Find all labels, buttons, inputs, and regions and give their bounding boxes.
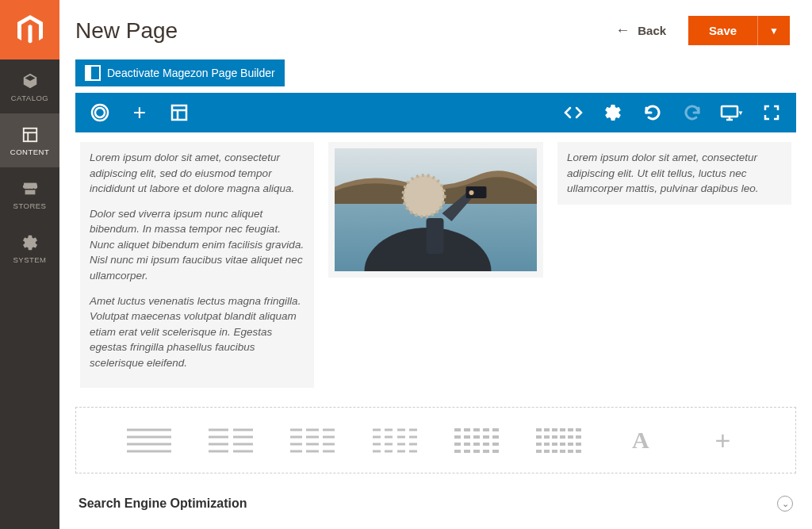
- sidebar-item-system[interactable]: SYSTEM: [0, 221, 59, 275]
- save-button[interactable]: Save: [688, 16, 757, 45]
- fullscreen-button[interactable]: [760, 101, 783, 125]
- sidebar-item-catalog[interactable]: CATALOG: [0, 59, 59, 113]
- sidebar-item-label: SYSTEM: [13, 255, 46, 264]
- storefront-icon: [21, 179, 40, 198]
- svg-rect-68: [492, 435, 499, 439]
- back-label: Back: [638, 24, 666, 37]
- svg-point-4: [95, 108, 105, 117]
- sidebar-item-content[interactable]: CONTENT: [0, 113, 59, 167]
- svg-rect-84: [576, 428, 581, 431]
- svg-rect-69: [454, 443, 461, 446]
- deactivate-label: Deactivate Magezon Page Builder: [107, 67, 275, 79]
- layout-option-6col[interactable]: [533, 425, 585, 455]
- svg-rect-63: [492, 428, 499, 431]
- chevron-down-icon: ⌄: [777, 496, 793, 512]
- layout-icon: [85, 65, 101, 81]
- layout-option-2col[interactable]: [205, 425, 257, 455]
- svg-rect-75: [464, 450, 470, 453]
- chevron-down-icon: ▼: [737, 109, 744, 117]
- svg-rect-74: [454, 450, 461, 453]
- magento-logo-icon: [17, 15, 44, 45]
- viewport-button[interactable]: ▼: [720, 101, 744, 125]
- svg-rect-16: [427, 218, 444, 254]
- svg-rect-70: [464, 443, 470, 446]
- svg-rect-17: [466, 186, 487, 198]
- seo-section-toggle[interactable]: Search Engine Optimization ⌄: [75, 491, 796, 516]
- column-left[interactable]: Lorem ipsum dolor sit amet, consectetur …: [80, 142, 314, 388]
- image-block[interactable]: [328, 142, 543, 278]
- svg-rect-100: [560, 450, 565, 453]
- column-middle[interactable]: [328, 142, 543, 388]
- sidebar-item-label: STORES: [13, 201, 47, 210]
- magento-logo[interactable]: [0, 0, 59, 59]
- layout-options-strip: A +: [75, 407, 796, 473]
- svg-rect-97: [536, 450, 542, 453]
- gear-icon: [21, 233, 40, 252]
- svg-rect-72: [483, 443, 489, 446]
- page-header: New Page ← Back Save ▼: [59, 0, 812, 59]
- svg-rect-82: [560, 428, 565, 431]
- placeholder-image: [335, 148, 537, 271]
- sidebar-item-label: CONTENT: [10, 148, 49, 156]
- svg-rect-83: [568, 428, 573, 431]
- svg-rect-81: [552, 428, 557, 431]
- svg-rect-80: [544, 428, 550, 431]
- layout-option-4col[interactable]: [369, 425, 421, 455]
- text-block: Lorem ipsum dolor sit amet, consectetur …: [567, 150, 782, 197]
- arrow-left-icon: ←: [615, 22, 630, 39]
- svg-rect-59: [454, 428, 461, 431]
- svg-rect-88: [560, 435, 565, 439]
- page-title: New Page: [75, 18, 615, 44]
- text-block: Lorem ipsum dolor sit amet, consectetur …: [90, 150, 304, 197]
- builder-stage[interactable]: Lorem ipsum dolor sit amet, consectetur …: [75, 132, 796, 397]
- svg-rect-67: [483, 435, 489, 439]
- admin-sidebar: CATALOG CONTENT STORES SYSTEM: [0, 0, 59, 529]
- layout-option-3col[interactable]: [286, 425, 339, 455]
- svg-rect-5: [172, 105, 186, 120]
- svg-rect-0: [23, 128, 36, 141]
- svg-rect-89: [568, 435, 573, 439]
- svg-rect-76: [473, 450, 480, 453]
- svg-rect-60: [464, 428, 470, 431]
- add-element-option[interactable]: +: [696, 425, 749, 455]
- layout-option-5col[interactable]: [450, 425, 503, 455]
- svg-rect-8: [722, 106, 737, 117]
- undo-button[interactable]: [641, 101, 665, 125]
- svg-rect-71: [473, 443, 480, 446]
- svg-rect-73: [492, 443, 499, 446]
- save-dropdown-toggle[interactable]: ▼: [757, 16, 790, 45]
- text-block: Amet luctus venenatis lectus magna fring…: [90, 293, 304, 371]
- svg-rect-86: [544, 435, 550, 439]
- cube-icon: [21, 71, 40, 90]
- svg-rect-66: [473, 435, 480, 439]
- deactivate-builder-button[interactable]: Deactivate Magezon Page Builder: [75, 59, 285, 86]
- seo-title: Search Engine Optimization: [79, 496, 247, 511]
- svg-rect-93: [552, 443, 557, 446]
- svg-rect-61: [473, 428, 480, 431]
- layout-icon: [21, 125, 40, 144]
- svg-rect-102: [576, 450, 581, 453]
- layout-button[interactable]: [167, 101, 191, 125]
- plus-icon: +: [133, 102, 146, 124]
- text-element-option[interactable]: A: [615, 425, 667, 455]
- column-right[interactable]: Lorem ipsum dolor sit amet, consectetur …: [557, 142, 791, 205]
- svg-rect-99: [552, 450, 557, 453]
- builder-toolbar: +: [75, 93, 796, 132]
- svg-rect-101: [568, 450, 573, 453]
- svg-rect-92: [544, 443, 550, 446]
- svg-rect-96: [576, 443, 581, 446]
- svg-rect-91: [536, 443, 542, 446]
- svg-rect-87: [552, 435, 557, 439]
- svg-rect-94: [560, 443, 565, 446]
- svg-rect-95: [568, 443, 573, 446]
- svg-rect-79: [536, 428, 542, 431]
- sidebar-item-stores[interactable]: STORES: [0, 167, 59, 221]
- code-button[interactable]: [561, 101, 585, 125]
- circle-icon[interactable]: [88, 101, 112, 125]
- back-button[interactable]: ← Back: [615, 22, 666, 39]
- text-block: Dolor sed viverra ipsum nunc aliquet bib…: [90, 206, 304, 284]
- svg-rect-62: [483, 428, 489, 431]
- layout-option-1col[interactable]: [123, 425, 175, 455]
- settings-button[interactable]: [601, 101, 625, 125]
- add-element-button[interactable]: +: [128, 101, 151, 125]
